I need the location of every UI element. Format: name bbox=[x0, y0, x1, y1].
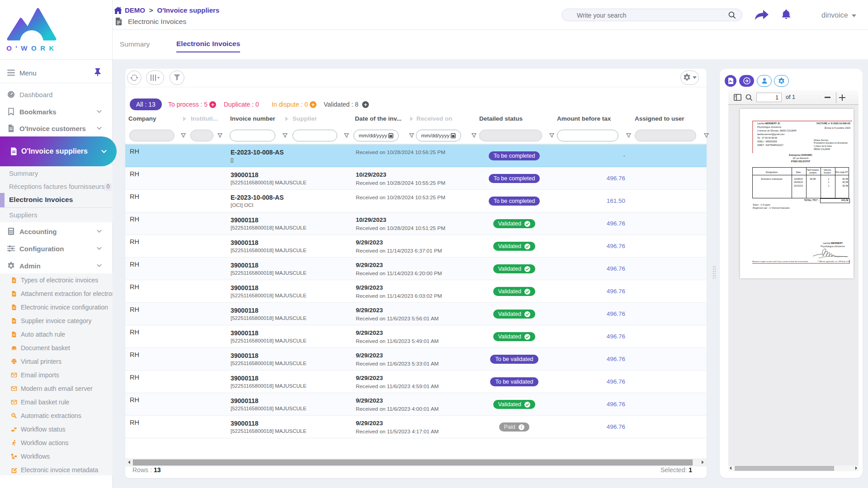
svg-text:O'WORK: O'WORK bbox=[6, 44, 58, 52]
